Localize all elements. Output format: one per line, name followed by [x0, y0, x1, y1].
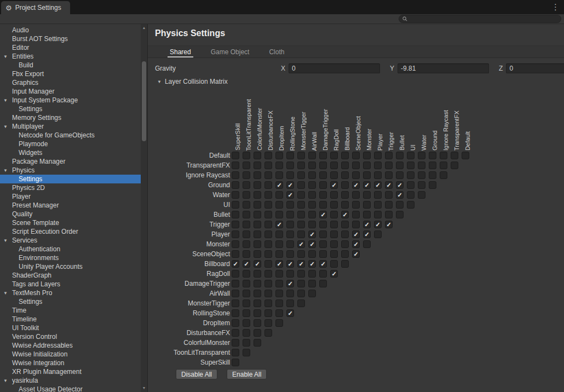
collision-checkbox-monster-monster[interactable] [361, 239, 372, 249]
sidebar-item-fbx-export[interactable]: Fbx Export [0, 70, 147, 78]
collision-checkbox-default-superskill[interactable] [230, 151, 241, 160]
collision-checkbox-bullet-player[interactable] [372, 210, 383, 220]
collision-checkbox-player-monster[interactable]: ✓ [361, 229, 372, 239]
collision-checkbox-ground-bullet[interactable]: ✓ [394, 180, 405, 190]
sidebar-item-multiplayer[interactable]: ▼Multiplayer [0, 122, 147, 131]
sidebar-item-script-execution-order[interactable]: Script Execution Order [0, 227, 147, 236]
collision-checkbox-billboard-airwall[interactable]: ✓ [307, 259, 318, 269]
collision-checkbox-monstertigger-toonlittransparent[interactable] [241, 298, 252, 308]
sidebar-item-preset-manager[interactable]: Preset Manager [0, 201, 147, 210]
collision-checkbox-ragdoll-toonlittransparent[interactable] [241, 269, 252, 279]
collision-checkbox-trigger-ragdoll[interactable] [329, 220, 339, 229]
collision-checkbox-ground-monster[interactable]: ✓ [361, 180, 372, 190]
collision-checkbox-transparentfx-player[interactable] [372, 160, 383, 170]
scrollbar-thumb[interactable] [142, 61, 146, 141]
collision-checkbox-rollingstone-disturbancefx[interactable] [263, 308, 274, 318]
collision-checkbox-dropitem-disturbancefx[interactable] [263, 318, 274, 328]
sidebar-item-time[interactable]: Time [0, 306, 147, 315]
collision-checkbox-player-ragdoll[interactable] [329, 229, 339, 239]
collision-checkbox-bullet-dropitem[interactable] [274, 210, 285, 220]
collision-checkbox-monster-monstertigger[interactable]: ✓ [296, 239, 307, 249]
sidebar-item-widgets[interactable]: Widgets [0, 148, 147, 157]
collision-checkbox-billboard-colorfulmonster[interactable]: ✓ [252, 259, 263, 269]
sidebar-item-tags-and-layers[interactable]: Tags and Layers [0, 280, 147, 289]
collision-checkbox-disturbancefx-disturbancefx[interactable] [263, 328, 274, 338]
sidebar-item-asset-usage-detector[interactable]: Asset Usage Detector [0, 385, 147, 392]
collision-checkbox-sceneobject-monstertigger[interactable] [296, 249, 307, 259]
collision-checkbox-airwall-superskill[interactable] [230, 289, 241, 298]
sidebar-scrollbar[interactable]: ▲ ▼ [141, 24, 147, 392]
collision-checkbox-trigger-damagetrigger[interactable] [318, 220, 329, 229]
collision-checkbox-bullet-billboard[interactable]: ✓ [339, 210, 350, 220]
collision-checkbox-ui-monster[interactable] [361, 200, 372, 210]
collision-checkbox-player-billboard[interactable] [339, 229, 350, 239]
collision-checkbox-default-trigger[interactable] [383, 151, 394, 160]
collision-checkbox-ui-rollingstone[interactable] [285, 200, 296, 210]
collision-checkbox-dropitem-superskill[interactable] [230, 318, 241, 328]
collision-checkbox-ragdoll-damagetrigger[interactable] [318, 269, 329, 279]
collision-checkbox-monster-sceneobject[interactable]: ✓ [350, 239, 361, 249]
collision-checkbox-superskill-superskill[interactable] [230, 358, 241, 367]
collision-checkbox-ignore-raycast-rollingstone[interactable] [285, 170, 296, 180]
foldout-open-icon[interactable]: ▼ [3, 166, 8, 175]
collision-checkbox-player-airwall[interactable]: ✓ [307, 229, 318, 239]
collision-checkbox-sceneobject-toonlittransparent[interactable] [241, 249, 252, 259]
collision-checkbox-transparentfx-trigger[interactable] [383, 160, 394, 170]
collision-checkbox-default-ragdoll[interactable] [329, 151, 339, 160]
collision-checkbox-water-trigger[interactable] [383, 190, 394, 200]
collision-checkbox-transparentfx-billboard[interactable] [339, 160, 350, 170]
sidebar-item-settings[interactable]: Settings [0, 175, 141, 183]
collision-checkbox-colorfulmonster-toonlittransparent[interactable] [241, 338, 252, 348]
collision-checkbox-ground-monstertigger[interactable] [296, 180, 307, 190]
collision-checkbox-water-water[interactable] [416, 190, 427, 200]
sidebar-item-unity-player-accounts[interactable]: Unity Player Accounts [0, 262, 147, 271]
collision-checkbox-billboard-damagetrigger[interactable]: ✓ [318, 259, 329, 269]
collision-checkbox-default-damagetrigger[interactable] [318, 151, 329, 160]
collision-checkbox-ui-ui[interactable] [405, 200, 416, 210]
collision-checkbox-trigger-billboard[interactable] [339, 220, 350, 229]
collision-checkbox-water-colorfulmonster[interactable] [252, 190, 263, 200]
collision-checkbox-monster-airwall[interactable]: ✓ [307, 239, 318, 249]
collision-checkbox-ignore-raycast-monstertigger[interactable] [296, 170, 307, 180]
foldout-open-icon[interactable]: ▼ [3, 53, 8, 61]
collision-checkbox-default-toonlittransparent[interactable] [241, 151, 252, 160]
collision-checkbox-monstertigger-disturbancefx[interactable] [263, 298, 274, 308]
collision-checkbox-dropitem-colorfulmonster[interactable] [252, 318, 263, 328]
collision-checkbox-water-superskill[interactable] [230, 190, 241, 200]
sidebar-item-burst-aot-settings[interactable]: Burst AOT Settings [0, 34, 147, 43]
collision-checkbox-ignore-raycast-colorfulmonster[interactable] [252, 170, 263, 180]
collision-checkbox-airwall-disturbancefx[interactable] [263, 289, 274, 298]
collision-checkbox-default-ignore-raycast[interactable] [438, 151, 449, 160]
collision-checkbox-colorfulmonster-superskill[interactable] [230, 338, 241, 348]
collision-checkbox-bullet-bullet[interactable] [394, 210, 405, 220]
collision-checkbox-transparentfx-water[interactable] [416, 160, 427, 170]
tab-game-object[interactable]: Game Object [203, 46, 257, 57]
collision-checkbox-sceneobject-ragdoll[interactable] [329, 249, 339, 259]
collision-checkbox-bullet-monstertigger[interactable] [296, 210, 307, 220]
sidebar-item-package-manager[interactable]: Package Manager [0, 157, 147, 166]
sidebar-item-timeline[interactable]: Timeline [0, 315, 147, 324]
collision-checkbox-ui-superskill[interactable] [230, 200, 241, 210]
collision-checkbox-transparentfx-toonlittransparent[interactable] [241, 160, 252, 170]
collision-checkbox-monster-superskill[interactable] [230, 239, 241, 249]
collision-checkbox-default-monstertigger[interactable] [296, 151, 307, 160]
collision-checkbox-sceneobject-airwall[interactable] [307, 249, 318, 259]
collision-checkbox-ragdoll-colorfulmonster[interactable] [252, 269, 263, 279]
collision-checkbox-trigger-toonlittransparent[interactable] [241, 220, 252, 229]
collision-checkbox-default-disturbancefx[interactable] [263, 151, 274, 160]
collision-checkbox-trigger-monstertigger[interactable] [296, 220, 307, 229]
kebab-menu-icon[interactable]: ⋮ [551, 2, 560, 12]
collision-checkbox-water-airwall[interactable] [307, 190, 318, 200]
collision-checkbox-player-superskill[interactable] [230, 229, 241, 239]
collision-checkbox-damagetrigger-damagetrigger[interactable] [318, 279, 329, 289]
collision-checkbox-default-player[interactable] [372, 151, 383, 160]
collision-checkbox-transparentfx-transparentfx[interactable] [449, 160, 460, 170]
gravity-z-input[interactable] [506, 64, 564, 73]
collision-checkbox-default-dropitem[interactable] [274, 151, 285, 160]
collision-checkbox-bullet-toonlittransparent[interactable] [241, 210, 252, 220]
collision-checkbox-airwall-airwall[interactable] [307, 289, 318, 298]
collision-checkbox-rollingstone-colorfulmonster[interactable] [252, 308, 263, 318]
collision-checkbox-water-bullet[interactable]: ✓ [394, 190, 405, 200]
collision-checkbox-ignore-raycast-billboard[interactable] [339, 170, 350, 180]
sidebar-item-services[interactable]: ▼Services [0, 236, 147, 245]
